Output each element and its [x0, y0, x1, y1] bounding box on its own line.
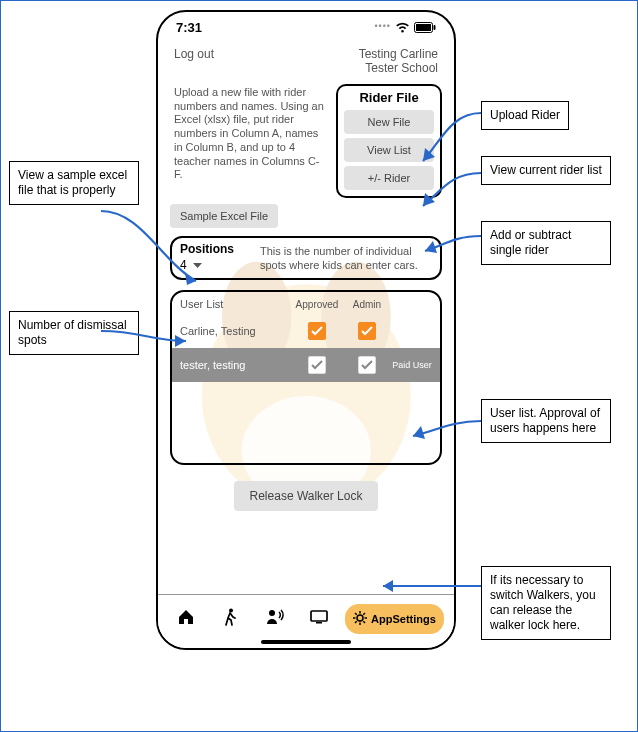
tab-walker[interactable] [212, 604, 248, 634]
monitor-icon [310, 610, 328, 628]
tab-home[interactable] [168, 604, 204, 634]
svg-line-18 [363, 613, 365, 615]
approved-checkbox[interactable] [308, 322, 326, 340]
col-approved: Approved [292, 299, 342, 310]
positions-panel: Positions 4 This is the number of indivi… [170, 236, 442, 281]
diagram-canvas: 7:31 •••• Log out Testing Carline Tester… [0, 0, 638, 732]
positions-dropdown[interactable]: 4 [180, 258, 252, 272]
walker-icon [223, 608, 237, 630]
svg-line-17 [363, 621, 365, 623]
annotation-plusminus: Add or subtract single rider [481, 221, 611, 265]
positions-title: Positions [180, 242, 252, 256]
paid-label: Paid User [392, 361, 432, 370]
view-list-button[interactable]: View List [344, 138, 434, 162]
svg-rect-10 [316, 622, 322, 624]
app-header: Log out Testing Carline Tester School [158, 37, 454, 80]
positions-desc: This is the number of individual spots w… [260, 242, 432, 273]
annotation-userlist: User list. Approval of users happens her… [481, 399, 611, 443]
user-list-title: User List [180, 298, 292, 310]
upload-instructions: Upload a new file with rider numbers and… [170, 84, 328, 198]
phone-frame: 7:31 •••• Log out Testing Carline Tester… [156, 10, 456, 650]
sample-excel-button[interactable]: Sample Excel File [170, 204, 278, 228]
user-row: tester, testing Paid User [172, 348, 440, 382]
wifi-icon [395, 22, 410, 33]
tab-display[interactable] [301, 604, 337, 634]
annotation-positions: Number of dismissal spots [9, 311, 139, 355]
rider-file-panel: Rider File New File View List +/- Rider [336, 84, 442, 198]
battery-icon [414, 22, 436, 33]
person-voice-icon [266, 609, 284, 629]
gear-icon [353, 611, 367, 627]
annotation-viewlist: View current rider list [481, 156, 611, 185]
svg-rect-6 [434, 25, 436, 30]
signal-dots-icon: •••• [374, 21, 391, 31]
chevron-down-icon [193, 258, 202, 272]
approved-checkbox[interactable] [308, 356, 326, 374]
home-icon [177, 609, 195, 629]
user-list-panel: User List Approved Admin Carline, Testin… [170, 290, 442, 465]
svg-point-8 [269, 610, 275, 616]
release-walker-lock-button[interactable]: Release Walker Lock [234, 481, 379, 511]
svg-point-11 [357, 615, 363, 621]
tab-app-settings[interactable]: AppSettings [345, 604, 444, 634]
admin-checkbox[interactable] [358, 356, 376, 374]
user-name: tester, testing [180, 359, 292, 371]
col-admin: Admin [342, 299, 392, 310]
annotation-upload: Upload Rider [481, 101, 569, 130]
settings-content: Upload a new file with rider numbers and… [158, 80, 454, 606]
positions-value: 4 [180, 258, 187, 272]
home-indicator [261, 640, 351, 644]
new-file-button[interactable]: New File [344, 110, 434, 134]
rider-file-title: Rider File [344, 90, 434, 105]
school-name: Testing Carline Tester School [359, 47, 438, 76]
clock: 7:31 [176, 20, 202, 35]
logout-link[interactable]: Log out [174, 47, 214, 76]
admin-checkbox[interactable] [358, 322, 376, 340]
svg-rect-5 [416, 24, 431, 31]
annotation-sample: View a sample excel file that is properl… [9, 161, 139, 205]
plus-minus-rider-button[interactable]: +/- Rider [344, 166, 434, 190]
annotation-release: If its necessary to switch Walkers, you … [481, 566, 611, 640]
user-row: Carline, Testing [172, 314, 440, 348]
status-bar: 7:31 •••• [158, 12, 454, 37]
svg-line-16 [355, 613, 357, 615]
svg-rect-9 [311, 611, 327, 621]
tab-app-settings-label: AppSettings [371, 613, 436, 625]
tab-voice[interactable] [257, 604, 293, 634]
svg-point-7 [229, 608, 233, 612]
user-name: Carline, Testing [180, 325, 292, 337]
svg-line-19 [355, 621, 357, 623]
